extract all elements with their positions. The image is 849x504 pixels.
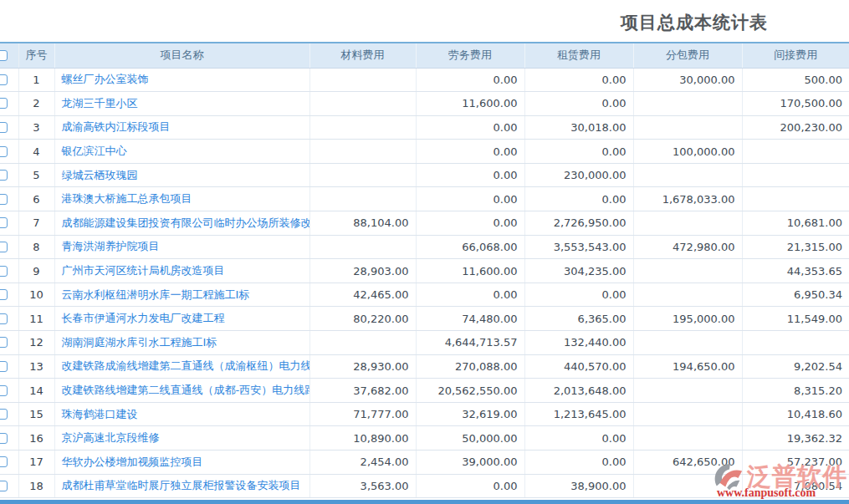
- row-checkbox-cell: [0, 211, 18, 236]
- row-index: 5: [18, 163, 54, 187]
- rental-cost-cell: 0.00: [524, 426, 633, 451]
- rental-cost-cell: 2,726,950.00: [524, 211, 633, 236]
- row-checkbox[interactable]: [0, 361, 8, 372]
- project-name-link[interactable]: 云南水利枢纽潜明水库一期工程施工I标: [62, 288, 250, 301]
- row-checkbox[interactable]: [0, 146, 8, 157]
- indirect-cost-cell: [742, 163, 849, 187]
- rental-cost-cell: 38,900.00: [524, 474, 633, 498]
- row-checkbox[interactable]: [0, 170, 8, 181]
- project-name-link[interactable]: 港珠澳大桥施工总承包项目: [62, 192, 192, 205]
- project-name-cell: 成都杜甫草堂临时展厅独立展柜报警设备安装项目: [54, 474, 309, 498]
- material-cost-cell: 88,104.00: [309, 211, 416, 236]
- rental-cost-cell: 440,570.00: [524, 354, 633, 379]
- table-row: 15 珠海鹤港口建设 71,777.00 32,619.00 1,213,645…: [0, 402, 849, 426]
- row-checkbox-cell: [0, 354, 18, 379]
- indirect-cost-cell: 170,500.00: [742, 92, 849, 116]
- project-name-link[interactable]: 青海洪湖养护院项目: [62, 240, 160, 252]
- project-name-link[interactable]: 成都能源建设集团投资有限公司临时办公场所装修改: [62, 216, 310, 229]
- project-name-cell: 银亿滨江中心: [54, 140, 309, 164]
- indirect-cost-cell: 9,202.54: [742, 354, 849, 379]
- row-checkbox-cell: [0, 283, 18, 307]
- table-row: 9 广州市天河区统计局机房改造项目 28,903.00 11,600.00 30…: [0, 259, 849, 283]
- subcontract-cost-cell: [633, 331, 742, 355]
- project-name-cell: 华软办公楼增加视频监控项目: [54, 451, 309, 475]
- subcontract-cost-cell: [633, 211, 742, 236]
- indirect-cost-cell: 200,230.00: [742, 115, 849, 140]
- row-checkbox[interactable]: [0, 74, 8, 85]
- project-name-link[interactable]: 改建铁路线增建第二线直通线（成都-西安）电力线路: [62, 384, 310, 396]
- page-title: 项目总成本统计表: [621, 11, 768, 34]
- rental-cost-cell: 30,018.00: [524, 115, 633, 140]
- project-name-link[interactable]: 长春市伊通河水力发电厂改建工程: [62, 312, 225, 324]
- row-checkbox[interactable]: [0, 385, 8, 396]
- row-checkbox[interactable]: [0, 337, 8, 348]
- rental-cost-cell: 0.00: [524, 451, 633, 475]
- labor-cost-cell: 0.00: [416, 115, 524, 140]
- row-checkbox[interactable]: [0, 242, 8, 252]
- project-name-link[interactable]: 华软办公楼增加视频监控项目: [62, 456, 203, 468]
- material-cost-cell: 28,903.00: [309, 259, 416, 283]
- project-name-link[interactable]: 珠海鹤港口建设: [62, 408, 138, 420]
- subcontract-cost-cell: [633, 283, 742, 307]
- row-index: 1: [18, 68, 54, 92]
- row-checkbox-cell: [0, 68, 18, 92]
- row-checkbox-cell: [0, 331, 18, 355]
- labor-cost-cell: 11,600.00: [416, 92, 524, 116]
- cost-table: 序号 项目名称 材料费用 劳务费用 租赁费用 分包费用 间接费用 1 螺丝厂办公…: [0, 42, 849, 498]
- row-checkbox[interactable]: [0, 266, 8, 277]
- row-checkbox-cell: [0, 379, 18, 403]
- indirect-cost-cell: 44,353.65: [742, 259, 849, 283]
- row-checkbox[interactable]: [0, 481, 8, 491]
- project-total-cost-page: 项目总成本统计表 序号 项目名称 材料费用 劳务费用 租赁费用 分包费用 间接费…: [0, 0, 849, 504]
- row-checkbox-cell: [0, 235, 18, 259]
- row-checkbox[interactable]: [0, 122, 8, 133]
- project-name-link[interactable]: 广州市天河区统计局机房改造项目: [62, 264, 225, 277]
- subcontract-cost-cell: [633, 474, 742, 498]
- subcontract-cost-cell: [633, 163, 742, 187]
- rental-cost-cell: 132,440.00: [524, 331, 633, 355]
- row-checkbox[interactable]: [0, 98, 8, 109]
- select-all-checkbox[interactable]: [0, 50, 8, 61]
- labor-cost-cell: 74,480.00: [416, 307, 524, 331]
- rental-cost-cell: 304,235.00: [524, 259, 633, 283]
- row-checkbox[interactable]: [0, 409, 8, 420]
- project-name-link[interactable]: 龙湖三千里小区: [62, 97, 138, 109]
- row-checkbox[interactable]: [0, 217, 8, 228]
- table-header: 序号 项目名称 材料费用 劳务费用 租赁费用 分包费用 间接费用: [0, 43, 849, 68]
- subcontract-cost-cell: [633, 92, 742, 116]
- project-name-link[interactable]: 改建铁路成渝线增建第二直通线（成渝枢纽）电力线路: [62, 359, 310, 372]
- row-index: 14: [18, 379, 54, 403]
- row-checkbox[interactable]: [0, 433, 8, 444]
- row-checkbox[interactable]: [0, 194, 8, 205]
- project-name-link[interactable]: 银亿滨江中心: [62, 145, 127, 157]
- horizontal-scrollbar[interactable]: [0, 500, 849, 504]
- project-name-cell: 成渝高铁内江标段项目: [54, 115, 309, 140]
- row-index: 2: [18, 92, 54, 116]
- row-checkbox[interactable]: [0, 289, 8, 300]
- row-index: 13: [18, 354, 54, 379]
- project-name-link[interactable]: 成渝高铁内江标段项目: [62, 120, 171, 133]
- project-name-cell: 京沪高速北京段维修: [54, 426, 309, 451]
- subcontract-cost-cell: [633, 115, 742, 140]
- row-checkbox-cell: [0, 163, 18, 187]
- labor-cost-cell: 0.00: [416, 187, 524, 211]
- labor-cost-cell: 0.00: [416, 474, 524, 498]
- row-index: 7: [18, 211, 54, 236]
- project-name-link[interactable]: 湖南洞庭湖水库引水工程施工I标: [62, 336, 217, 349]
- project-name-link[interactable]: 螺丝厂办公室装饰: [62, 73, 149, 85]
- indirect-cost-cell: 11,549.00: [742, 307, 849, 331]
- project-name-link[interactable]: 京沪高速北京段维修: [62, 431, 160, 444]
- row-checkbox[interactable]: [0, 313, 8, 324]
- column-header-rental-cost: 租赁费用: [524, 43, 633, 68]
- project-name-cell: 改建铁路成渝线增建第二直通线（成渝枢纽）电力线路: [54, 354, 309, 379]
- material-cost-cell: 80,220.00: [309, 307, 416, 331]
- column-header-subcontract-cost: 分包费用: [633, 43, 742, 68]
- project-name-link[interactable]: 成都杜甫草堂临时展厅独立展柜报警设备安装项目: [62, 479, 301, 491]
- project-name-link[interactable]: 绿城云栖玫瑰园: [62, 169, 138, 181]
- row-checkbox-cell: [0, 474, 18, 498]
- subcontract-cost-cell: 30,000.00: [633, 68, 742, 92]
- indirect-cost-cell: 10,681.00: [742, 211, 849, 236]
- labor-cost-cell: 0.00: [416, 211, 524, 236]
- row-checkbox[interactable]: [0, 456, 8, 467]
- indirect-cost-cell: [742, 331, 849, 355]
